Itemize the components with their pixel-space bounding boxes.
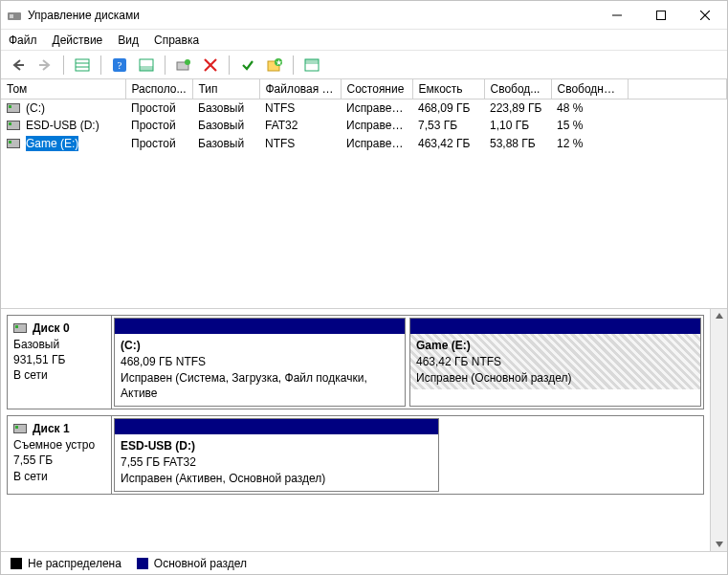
app-icon — [7, 8, 22, 23]
volume-icon — [7, 139, 20, 148]
disk-label-box[interactable]: Диск 1Съемное устро7,55 ГБВ сети — [7, 415, 112, 494]
partition-box[interactable]: Game (E:)463,42 ГБ NTFSИсправен (Основно… — [409, 318, 701, 407]
volume-icon — [7, 121, 20, 130]
col-freepct[interactable]: Свободно % — [551, 79, 628, 100]
back-button[interactable] — [7, 54, 30, 77]
menubar: Файл Действие Вид Справка — [1, 30, 727, 51]
partition-area: ESD-USB (D:)7,55 ГБ FAT32Исправен (Актив… — [112, 415, 704, 494]
partition-area: (C:)468,09 ГБ NTFSИсправен (Система, Заг… — [112, 315, 704, 409]
table-header-row: Том Располо... Тип Файловая с... Состоян… — [1, 79, 727, 100]
disk-row: Диск 1Съемное устро7,55 ГБВ сетиESD-USB … — [7, 415, 704, 494]
table-row[interactable]: Game (E:)ПростойБазовыйNTFSИсправен...46… — [1, 134, 727, 153]
view-top-icon[interactable] — [300, 54, 323, 77]
view-bottom-icon[interactable] — [135, 54, 158, 77]
disk-icon — [13, 323, 27, 333]
svg-point-16 — [185, 59, 190, 65]
scroll-down-icon[interactable] — [715, 541, 724, 548]
graphic-wrap: Диск 0Базовый931,51 ГБВ сети(C:)468,09 Г… — [1, 309, 727, 551]
partition-box[interactable]: ESD-USB (D:)7,55 ГБ FAT32Исправен (Актив… — [114, 418, 439, 491]
col-blank[interactable] — [628, 79, 727, 100]
table-row[interactable]: (C:)ПростойБазовыйNTFSИсправен...468,09 … — [1, 100, 727, 118]
col-tip[interactable]: Тип — [192, 79, 259, 100]
col-state[interactable]: Состояние — [341, 79, 412, 100]
volumes-table-wrap[interactable]: Том Располо... Тип Файловая с... Состоян… — [1, 79, 727, 309]
minimize-button[interactable] — [595, 1, 639, 29]
scroll-up-icon[interactable] — [715, 312, 724, 320]
svg-rect-8 — [76, 59, 89, 71]
svg-rect-1 — [10, 14, 13, 18]
table-row[interactable]: ESD-USB (D:)ПростойБазовыйFAT32Исправен.… — [1, 117, 727, 134]
partition-box[interactable]: (C:)468,09 ГБ NTFSИсправен (Система, Заг… — [114, 318, 406, 407]
disk-row: Диск 0Базовый931,51 ГБВ сети(C:)468,09 Г… — [7, 315, 704, 409]
graphic-inner: Диск 0Базовый931,51 ГБВ сети(C:)468,09 Г… — [1, 309, 710, 551]
volume-icon — [7, 103, 20, 113]
checkmark-icon[interactable] — [236, 54, 259, 77]
maximize-button[interactable] — [639, 1, 683, 29]
forward-button[interactable] — [33, 54, 56, 77]
view-list-icon[interactable] — [71, 54, 94, 77]
col-fs[interactable]: Файловая с... — [259, 79, 341, 100]
content: Том Располо... Тип Файловая с... Состоян… — [1, 79, 727, 574]
svg-rect-23 — [305, 59, 319, 64]
menu-action[interactable]: Действие — [53, 33, 103, 47]
menu-view[interactable]: Вид — [118, 33, 139, 47]
delete-icon[interactable] — [199, 54, 222, 77]
legend: Не распределена Основной раздел — [1, 551, 727, 574]
vertical-scrollbar[interactable] — [710, 309, 727, 551]
close-button[interactable] — [683, 1, 727, 29]
col-free[interactable]: Свобод... — [484, 79, 551, 100]
refresh-icon[interactable] — [172, 54, 195, 77]
col-raspolo[interactable]: Располо... — [125, 79, 192, 100]
menu-help[interactable]: Справка — [154, 33, 199, 47]
toolbar: ? ★ — [1, 51, 727, 79]
menu-file[interactable]: Файл — [9, 33, 37, 47]
disk-label-box[interactable]: Диск 0Базовый931,51 ГБВ сети — [7, 315, 112, 409]
help-icon[interactable]: ? — [108, 54, 131, 77]
volumes-table: Том Располо... Тип Файловая с... Состоян… — [1, 79, 727, 153]
disk-management-window: Управление дисками Файл Действие Вид Спр… — [0, 0, 728, 575]
svg-text:★: ★ — [276, 58, 282, 67]
disk-icon — [13, 424, 27, 433]
svg-text:?: ? — [118, 59, 122, 71]
col-capacity[interactable]: Емкость — [412, 79, 484, 100]
svg-rect-3 — [657, 11, 666, 19]
window-controls — [595, 1, 727, 29]
legend-unallocated: Не распределена — [11, 557, 121, 570]
titlebar[interactable]: Управление дисками — [1, 1, 727, 30]
window-title: Управление дисками — [28, 9, 595, 22]
new-partition-icon[interactable]: ★ — [263, 54, 286, 77]
legend-primary: Основной раздел — [137, 557, 247, 570]
col-tom[interactable]: Том — [1, 79, 125, 100]
svg-rect-14 — [140, 66, 153, 71]
